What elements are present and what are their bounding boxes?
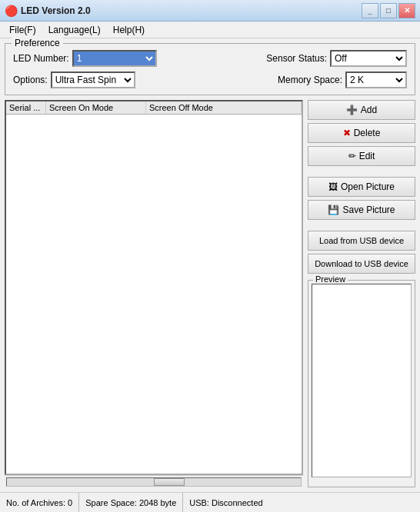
title-bar: 🔴 LED Version 2.0 _ □ ✕ bbox=[0, 0, 420, 22]
open-picture-icon: 🖼 bbox=[328, 181, 338, 192]
preview-group: Preview bbox=[308, 280, 415, 487]
sensor-label: Sensor Status: bbox=[266, 53, 327, 64]
divider-2 bbox=[308, 223, 415, 228]
status-archives: No. of Archives: 0 bbox=[0, 493, 79, 512]
main-content: Preference LED Number: 1 2 3 Sensor Stat… bbox=[0, 38, 420, 492]
options-select[interactable]: Ultra Fast Spin Fast Spin Normal bbox=[51, 71, 135, 88]
table-header: Serial ... Screen On Mode Screen Off Mod… bbox=[6, 101, 302, 115]
led-label: LED Number: bbox=[13, 53, 69, 64]
title-bar-text: LED Version 2.0 bbox=[21, 5, 362, 16]
restore-button[interactable]: □ bbox=[380, 3, 397, 18]
add-label: Add bbox=[361, 105, 377, 115]
delete-label: Delete bbox=[354, 128, 381, 138]
menu-bar: File(F) Language(L) Help(H) bbox=[0, 22, 420, 38]
table-wrapper: Serial ... Screen On Mode Screen Off Mod… bbox=[5, 100, 303, 487]
memory-label: Memory Space: bbox=[278, 75, 342, 85]
preference-group: Preference LED Number: 1 2 3 Sensor Stat… bbox=[5, 43, 415, 95]
save-picture-icon: 💾 bbox=[328, 204, 339, 215]
minimize-button[interactable]: _ bbox=[362, 3, 378, 18]
save-picture-button[interactable]: 💾 Save Picture bbox=[308, 200, 415, 220]
open-picture-label: Open Picture bbox=[341, 181, 395, 192]
pref-row-2: Options: Ultra Fast Spin Fast Spin Norma… bbox=[13, 71, 407, 88]
status-spare-space: Spare Space: 2048 byte bbox=[79, 493, 183, 512]
preview-canvas bbox=[312, 284, 412, 477]
load-usb-button[interactable]: Load from USB device bbox=[308, 231, 415, 251]
title-bar-buttons: _ □ ✕ bbox=[362, 3, 415, 18]
divider-1 bbox=[308, 169, 415, 174]
delete-icon: ✖ bbox=[343, 128, 351, 138]
status-bar: No. of Archives: 0 Spare Space: 2048 byt… bbox=[0, 492, 420, 512]
close-button[interactable]: ✕ bbox=[398, 3, 415, 18]
status-usb: USB: Disconnected bbox=[183, 493, 268, 512]
preview-label: Preview bbox=[313, 274, 348, 284]
delete-button[interactable]: ✖ Delete bbox=[308, 123, 415, 143]
pref-row-1: LED Number: 1 2 3 Sensor Status: Off On bbox=[13, 50, 407, 67]
add-icon: ➕ bbox=[346, 105, 358, 115]
led-number-select[interactable]: 1 2 3 bbox=[72, 50, 157, 67]
options-label: Options: bbox=[13, 75, 48, 85]
menu-language[interactable]: Language(L) bbox=[42, 23, 107, 37]
open-picture-button[interactable]: 🖼 Open Picture bbox=[308, 177, 415, 197]
usb-status-text: USB: Disconnected bbox=[189, 498, 262, 507]
edit-icon: ✏ bbox=[348, 151, 356, 161]
spare-space-text: Spare Space: 2048 byte bbox=[85, 498, 176, 507]
edit-label: Edit bbox=[359, 151, 375, 161]
sensor-status-select[interactable]: Off On bbox=[330, 50, 407, 67]
menu-file[interactable]: File(F) bbox=[3, 23, 42, 37]
scroll-thumb[interactable] bbox=[154, 478, 185, 486]
col-screen-on: Screen On Mode bbox=[46, 101, 146, 114]
app-icon: 🔴 bbox=[5, 5, 18, 17]
preference-legend: Preference bbox=[12, 38, 63, 48]
add-button[interactable]: ➕ Add bbox=[308, 100, 415, 120]
scrollbar-area bbox=[5, 475, 303, 487]
edit-button[interactable]: ✏ Edit bbox=[308, 146, 415, 166]
memory-space-select[interactable]: 2 K 4 K 8 K bbox=[345, 71, 407, 88]
table-panel: Serial ... Screen On Mode Screen Off Mod… bbox=[5, 100, 303, 475]
right-panel: ➕ Add ✖ Delete ✏ Edit 🖼 Open Picture 💾 S… bbox=[308, 100, 415, 487]
horizontal-scrollbar[interactable] bbox=[6, 477, 302, 487]
download-usb-button[interactable]: Download to USB device bbox=[308, 254, 415, 274]
table-body[interactable] bbox=[6, 115, 302, 474]
col-serial: Serial ... bbox=[6, 101, 46, 114]
content-area: Serial ... Screen On Mode Screen Off Mod… bbox=[5, 100, 415, 487]
menu-help[interactable]: Help(H) bbox=[107, 23, 151, 37]
save-picture-label: Save Picture bbox=[342, 204, 395, 215]
archives-text: No. of Archives: 0 bbox=[6, 498, 72, 507]
col-screen-off: Screen Off Mode bbox=[146, 101, 302, 114]
